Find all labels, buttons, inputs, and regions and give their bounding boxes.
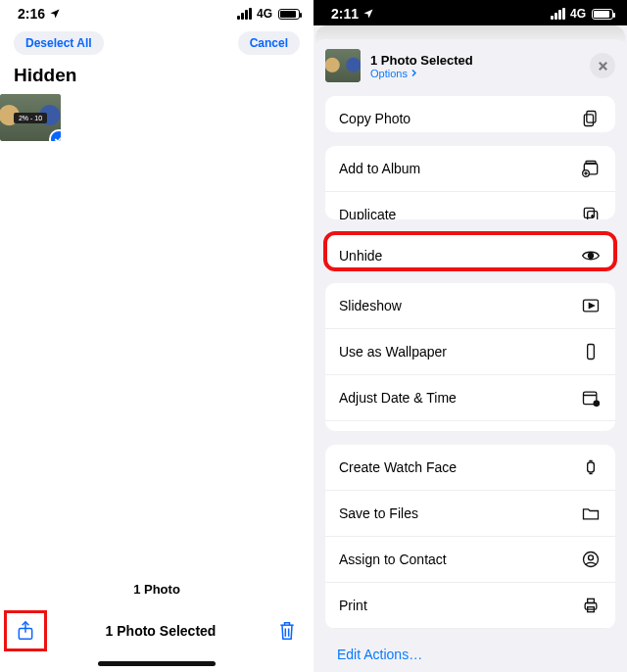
svg-rect-4	[586, 162, 596, 165]
action-group: Add to Album Duplicate	[325, 146, 615, 219]
svg-rect-17	[585, 602, 597, 609]
phone-icon	[580, 341, 602, 362]
svg-rect-14	[588, 462, 595, 472]
action-wallpaper[interactable]: Use as Wallpaper	[325, 328, 615, 374]
status-time: 2:16	[18, 6, 45, 22]
location-icon	[49, 8, 61, 20]
photo-grid: 2% - 10	[0, 94, 314, 141]
chevron-right-icon	[410, 69, 418, 77]
battery-icon	[278, 9, 300, 20]
share-icon	[16, 620, 35, 642]
status-bar: 2:11 4G	[314, 0, 627, 25]
action-label: Duplicate	[339, 207, 396, 219]
duplicate-icon	[580, 204, 602, 219]
action-label: Add to Album	[339, 161, 420, 176]
action-group: Create Watch Face Save to Files Assign t…	[325, 445, 615, 629]
svg-rect-18	[588, 599, 595, 602]
status-bar: 2:16 4G	[0, 0, 314, 25]
watch-icon	[580, 456, 602, 478]
action-label: Unhide	[339, 248, 382, 264]
sheet-header: 1 Photo Selected Options	[314, 39, 627, 96]
thumb-score-overlay: 2% - 10	[14, 113, 48, 123]
svg-point-12	[594, 400, 601, 407]
close-button[interactable]	[590, 53, 615, 78]
screen-share-sheet: 2:11 4G 1 Photo Selected Options	[314, 0, 627, 672]
action-watch-face[interactable]: Create Watch Face	[325, 445, 615, 490]
action-label: Adjust Date & Time	[339, 390, 457, 406]
action-copy-photo[interactable]: Copy Photo	[325, 96, 615, 132]
selected-check-icon	[49, 129, 61, 141]
action-label: Use as Wallpaper	[339, 344, 447, 360]
action-duplicate[interactable]: Duplicate	[325, 191, 615, 219]
svg-point-8	[589, 253, 594, 258]
svg-rect-1	[587, 112, 596, 123]
folder-icon	[580, 503, 602, 524]
svg-rect-10	[588, 344, 595, 359]
copy-icon	[580, 108, 602, 129]
svg-rect-2	[584, 115, 593, 126]
share-highlight-box	[4, 610, 47, 651]
action-slideshow[interactable]: Slideshow	[325, 283, 615, 328]
share-sheet: 1 Photo Selected Options Copy Photo Add …	[314, 39, 627, 672]
photo-count-label: 1 Photo	[0, 574, 314, 604]
action-group-highlighted: Unhide	[325, 233, 615, 269]
action-label: Save to Files	[339, 505, 418, 521]
screen-hidden-album: 2:16 4G Deselect All Cancel Hidden 2% - …	[0, 0, 314, 672]
person-circle-icon	[580, 549, 602, 570]
selection-count-label: 1 Photo Selected	[106, 623, 217, 639]
action-print[interactable]: Print	[325, 582, 615, 628]
deselect-all-button[interactable]: Deselect All	[14, 31, 104, 55]
home-indicator[interactable]	[98, 661, 216, 666]
action-label: Assign to Contact	[339, 552, 447, 567]
action-label: Copy Photo	[339, 111, 410, 126]
photo-thumbnail[interactable]: 2% - 10	[0, 94, 61, 141]
action-label: Slideshow	[339, 298, 402, 313]
cancel-button[interactable]: Cancel	[238, 31, 300, 55]
options-label: Options	[370, 68, 408, 79]
sheet-title: 1 Photo Selected	[370, 53, 590, 68]
location-icon	[362, 8, 374, 20]
eye-icon	[580, 245, 602, 266]
edit-actions-button[interactable]: Edit Actions…	[314, 643, 627, 672]
options-button[interactable]: Options	[370, 68, 590, 79]
preview-thumbnail	[325, 49, 361, 82]
battery-icon	[592, 9, 613, 20]
status-network: 4G	[570, 7, 586, 21]
action-adjust-location[interactable]: Adjust Location	[325, 420, 615, 431]
play-rect-icon	[580, 295, 602, 316]
action-adjust-date-time[interactable]: Adjust Date & Time	[325, 374, 615, 420]
action-save-to-files[interactable]: Save to Files	[325, 490, 615, 536]
action-add-to-album[interactable]: Add to Album	[325, 146, 615, 191]
svg-point-16	[589, 554, 594, 559]
action-group: Copy Photo	[325, 96, 615, 132]
signal-icon	[237, 8, 252, 20]
trash-icon	[277, 620, 297, 642]
action-assign-contact[interactable]: Assign to Contact	[325, 536, 615, 582]
calendar-badge-icon	[580, 387, 602, 408]
printer-icon	[580, 595, 602, 616]
action-unhide[interactable]: Unhide	[325, 233, 615, 269]
add-to-album-icon	[580, 158, 602, 179]
page-title: Hidden	[0, 61, 314, 94]
bottom-toolbar: 1 Photo Selected	[0, 604, 314, 657]
signal-icon	[551, 8, 565, 20]
top-toolbar: Deselect All Cancel	[0, 25, 314, 61]
action-save-pinterest[interactable]: Save to Pinterest	[325, 628, 615, 629]
share-button[interactable]	[13, 618, 38, 644]
close-icon	[598, 61, 608, 72]
delete-button[interactable]	[274, 618, 300, 644]
action-label: Print	[339, 598, 367, 613]
action-label: Create Watch Face	[339, 459, 457, 475]
status-network: 4G	[257, 7, 272, 21]
action-group: Slideshow Use as Wallpaper Adjust Date &…	[325, 283, 615, 431]
status-time: 2:11	[331, 6, 359, 22]
